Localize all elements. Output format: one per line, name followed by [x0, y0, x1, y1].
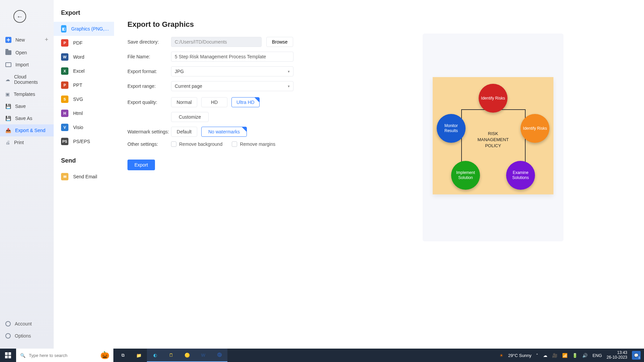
nav-label: Open: [15, 50, 27, 55]
label-watermark: Watermark settings:: [127, 129, 171, 134]
fmt-label: Html: [73, 111, 83, 116]
export-format-select[interactable]: JPG ▾: [171, 66, 293, 76]
fmt-send-email[interactable]: ✉ Send Email: [54, 170, 114, 184]
cloud-icon: ☁: [5, 77, 10, 82]
notes-icon[interactable]: 🗒: [163, 349, 179, 362]
nav-options[interactable]: Options: [0, 330, 54, 342]
edrawmax-icon[interactable]: Ⓓ: [211, 349, 227, 362]
pdf-icon: P: [61, 39, 68, 47]
nav-label: Templates: [14, 92, 35, 97]
clock-time: 13:43: [607, 351, 627, 355]
watermark-default[interactable]: Default: [171, 127, 197, 137]
nav-templates[interactable]: ▣ Templates: [0, 88, 54, 100]
export-button[interactable]: Export: [127, 160, 155, 170]
nav-print[interactable]: 🖨 Print: [0, 136, 54, 148]
label-export-format: Export format:: [127, 69, 171, 74]
quality-hd[interactable]: HD: [201, 97, 227, 107]
svg-icon: S: [61, 96, 68, 103]
start-button[interactable]: [0, 352, 16, 358]
fmt-html[interactable]: H Html: [54, 106, 114, 120]
center-text: RISK MANAGEMENT POLICY: [433, 131, 553, 149]
nav-label: Options: [15, 333, 31, 339]
edge-icon[interactable]: ◐: [147, 349, 163, 362]
nav-export-send[interactable]: 📤 Export & Send: [0, 124, 54, 136]
nav-label: Import: [15, 62, 29, 67]
fmt-label: Visio: [73, 125, 83, 130]
word-icon: W: [61, 53, 68, 61]
file-explorer-icon[interactable]: 📁: [131, 349, 147, 362]
fmt-ps-eps[interactable]: PS PS/EPS: [54, 134, 114, 148]
volume-icon[interactable]: 🔊: [582, 353, 588, 358]
checkbox-icon: [171, 141, 176, 147]
fmt-label: PDF: [73, 40, 83, 46]
watermark-none[interactable]: No watermarks: [201, 127, 247, 137]
fmt-svg[interactable]: S SVG: [54, 92, 114, 106]
remove-background-checkbox[interactable]: Remove background: [171, 141, 222, 147]
save-as-icon: 💾: [5, 116, 11, 121]
wifi-icon[interactable]: 📶: [562, 353, 568, 358]
chk-label: Remove margins: [240, 141, 275, 147]
fmt-ppt[interactable]: P PPT: [54, 78, 114, 92]
task-view-icon[interactable]: ⧉: [115, 349, 131, 362]
fmt-word[interactable]: W Word: [54, 50, 114, 64]
nav-label: New: [15, 37, 25, 43]
send-heading: Send: [54, 157, 114, 170]
nav-label: Save As: [15, 116, 32, 121]
quality-ultra-hd[interactable]: Ultra HD: [231, 97, 260, 107]
preview-canvas: Identify Risks Identify Risks Examine So…: [433, 77, 553, 194]
nav-account[interactable]: Account: [0, 318, 54, 330]
add-icon[interactable]: +: [45, 36, 48, 43]
remove-margins-checkbox[interactable]: Remove margins: [232, 141, 275, 147]
word-icon[interactable]: W: [195, 349, 211, 362]
fmt-excel[interactable]: X Excel: [54, 64, 114, 78]
fmt-label: PS/EPS: [73, 139, 90, 144]
fmt-label: Excel: [73, 68, 85, 74]
language-indicator[interactable]: ENG: [592, 353, 602, 358]
weather-icon[interactable]: ☀: [499, 353, 503, 358]
nav-new[interactable]: New +: [0, 33, 54, 47]
taskbar-clock[interactable]: 13:43 26-10-2023: [607, 351, 627, 360]
select-value: Current page: [175, 83, 202, 89]
page-title: Export to Graphics: [127, 20, 631, 29]
taskbar-search[interactable]: 🔍 Type here to search 🎃: [16, 349, 113, 362]
nav-import[interactable]: Import: [0, 59, 54, 71]
weather-text[interactable]: 29°C Sunny: [508, 353, 532, 358]
svg-rect-1: [8, 352, 11, 355]
file-name-field[interactable]: [171, 52, 293, 62]
graphics-icon: ◧: [61, 25, 66, 33]
battery-icon[interactable]: 🔋: [572, 353, 578, 358]
export-range-select[interactable]: Current page ▾: [171, 81, 293, 91]
checkbox-icon: [232, 141, 237, 147]
fmt-label: SVG: [73, 97, 83, 102]
chrome-icon[interactable]: 🟡: [179, 349, 195, 362]
meet-now-icon[interactable]: 🎥: [552, 353, 557, 358]
browse-button[interactable]: Browse: [266, 37, 293, 47]
fmt-graphics[interactable]: ◧ Graphics (PNG, JPG e...: [54, 22, 114, 36]
fmt-pdf[interactable]: P PDF: [54, 36, 114, 50]
tray-chevron-icon[interactable]: ˄: [536, 353, 538, 358]
main-content: Export to Graphics Save directory: Brows…: [114, 0, 644, 349]
action-center-icon[interactable]: 💬: [632, 351, 641, 360]
fmt-visio[interactable]: V Visio: [54, 120, 114, 134]
save-directory-field[interactable]: [171, 37, 262, 47]
user-icon: [5, 321, 11, 326]
node-implement-solution: Implement Solution: [451, 161, 480, 190]
nav-open[interactable]: Open: [0, 47, 54, 59]
windows-icon: [5, 352, 11, 358]
chevron-down-icon: ▾: [288, 69, 290, 74]
nav-cloud-documents[interactable]: ☁ Cloud Documents: [0, 71, 54, 88]
nav-save[interactable]: 💾 Save: [0, 100, 54, 112]
search-placeholder: Type here to search: [29, 353, 67, 358]
onedrive-icon[interactable]: ☁: [543, 353, 547, 358]
node-examine-solutions: Examine Solutions: [506, 161, 535, 190]
nav-save-as[interactable]: 💾 Save As: [0, 112, 54, 124]
node-identify-risks-top: Identify Risks: [479, 84, 507, 113]
select-value: JPG: [175, 69, 184, 74]
back-button[interactable]: ←: [13, 10, 26, 23]
print-icon: 🖨: [5, 140, 10, 145]
quality-normal[interactable]: Normal: [171, 97, 197, 107]
fmt-label: PPT: [73, 82, 82, 88]
customize-button[interactable]: Customize: [171, 112, 209, 122]
plus-square-icon: [5, 37, 11, 43]
templates-icon: ▣: [5, 92, 10, 97]
